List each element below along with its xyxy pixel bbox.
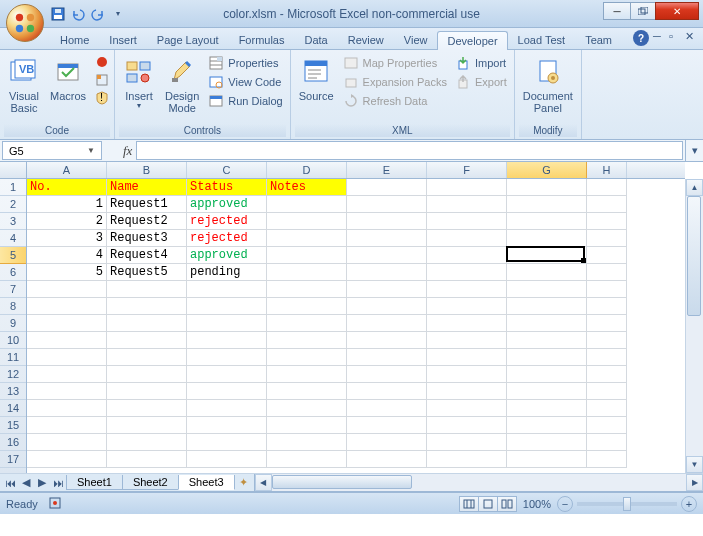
cell-C16[interactable] xyxy=(187,434,267,451)
cell-E9[interactable] xyxy=(347,315,427,332)
cell-B17[interactable] xyxy=(107,451,187,468)
cell-C3[interactable]: rejected xyxy=(187,213,267,230)
cell-C9[interactable] xyxy=(187,315,267,332)
cell-F1[interactable] xyxy=(427,179,507,196)
cell-F17[interactable] xyxy=(427,451,507,468)
office-button[interactable] xyxy=(6,4,44,42)
tab-insert[interactable]: Insert xyxy=(99,30,147,49)
cell-C5[interactable]: approved xyxy=(187,247,267,264)
minimize-button[interactable]: ─ xyxy=(603,2,631,20)
cell-B2[interactable]: Request1 xyxy=(107,196,187,213)
record-macro-icon[interactable] xyxy=(94,54,110,70)
cell-G12[interactable] xyxy=(507,366,587,383)
cell-B7[interactable] xyxy=(107,281,187,298)
cell-G17[interactable] xyxy=(507,451,587,468)
cell-C10[interactable] xyxy=(187,332,267,349)
cell-E4[interactable] xyxy=(347,230,427,247)
cell-B1[interactable]: Name xyxy=(107,179,187,196)
cell-B11[interactable] xyxy=(107,349,187,366)
cell-C13[interactable] xyxy=(187,383,267,400)
cell-E17[interactable] xyxy=(347,451,427,468)
tab-review[interactable]: Review xyxy=(338,30,394,49)
zoom-in-button[interactable]: + xyxy=(681,496,697,512)
cell-A15[interactable] xyxy=(27,417,107,434)
cell-D1[interactable]: Notes xyxy=(267,179,347,196)
cell-H3[interactable] xyxy=(587,213,627,230)
cell-F8[interactable] xyxy=(427,298,507,315)
cell-B10[interactable] xyxy=(107,332,187,349)
tab-view[interactable]: View xyxy=(394,30,438,49)
cell-H14[interactable] xyxy=(587,400,627,417)
cell-H16[interactable] xyxy=(587,434,627,451)
next-sheet-button[interactable]: ▶ xyxy=(34,475,50,491)
col-header-H[interactable]: H xyxy=(587,162,627,178)
cell-E15[interactable] xyxy=(347,417,427,434)
cell-A5[interactable]: 4 xyxy=(27,247,107,264)
macro-record-status-icon[interactable] xyxy=(48,496,62,512)
cell-G7[interactable] xyxy=(507,281,587,298)
tab-developer[interactable]: Developer xyxy=(437,31,507,50)
zoom-slider[interactable] xyxy=(577,502,677,506)
source-button[interactable]: Source xyxy=(295,54,338,104)
cell-D16[interactable] xyxy=(267,434,347,451)
minimize-ribbon-icon[interactable]: ─ xyxy=(653,30,665,42)
design-mode-button[interactable]: Design Mode xyxy=(161,54,203,116)
col-header-B[interactable]: B xyxy=(107,162,187,178)
map-properties-button[interactable]: Map Properties xyxy=(340,54,450,72)
horizontal-scrollbar[interactable]: ◀ ▶ xyxy=(254,474,703,491)
expand-formula-bar-icon[interactable]: ▾ xyxy=(685,140,703,161)
cell-F7[interactable] xyxy=(427,281,507,298)
macros-button[interactable]: Macros xyxy=(46,54,90,104)
cell-C4[interactable]: rejected xyxy=(187,230,267,247)
cell-H13[interactable] xyxy=(587,383,627,400)
cell-G16[interactable] xyxy=(507,434,587,451)
row-header-11[interactable]: 11 xyxy=(0,349,26,366)
scroll-left-button[interactable]: ◀ xyxy=(255,474,272,491)
cell-A17[interactable] xyxy=(27,451,107,468)
cell-D3[interactable] xyxy=(267,213,347,230)
cell-D8[interactable] xyxy=(267,298,347,315)
cell-C1[interactable]: Status xyxy=(187,179,267,196)
cell-G3[interactable] xyxy=(507,213,587,230)
save-icon[interactable] xyxy=(50,6,66,22)
cell-D15[interactable] xyxy=(267,417,347,434)
cell-E7[interactable] xyxy=(347,281,427,298)
cell-B16[interactable] xyxy=(107,434,187,451)
cell-G4[interactable] xyxy=(507,230,587,247)
cell-D4[interactable] xyxy=(267,230,347,247)
col-header-A[interactable]: A xyxy=(27,162,107,178)
scroll-right-button[interactable]: ▶ xyxy=(686,474,703,491)
cell-F4[interactable] xyxy=(427,230,507,247)
cell-D11[interactable] xyxy=(267,349,347,366)
cell-B4[interactable]: Request3 xyxy=(107,230,187,247)
cell-F11[interactable] xyxy=(427,349,507,366)
cell-A1[interactable]: No. xyxy=(27,179,107,196)
cell-B3[interactable]: Request2 xyxy=(107,213,187,230)
row-header-9[interactable]: 9 xyxy=(0,315,26,332)
help-icon[interactable]: ? xyxy=(633,30,649,46)
row-header-16[interactable]: 16 xyxy=(0,434,26,451)
cell-F3[interactable] xyxy=(427,213,507,230)
cell-C12[interactable] xyxy=(187,366,267,383)
col-header-F[interactable]: F xyxy=(427,162,507,178)
row-header-4[interactable]: 4 xyxy=(0,230,26,247)
cell-F9[interactable] xyxy=(427,315,507,332)
cell-G5[interactable] xyxy=(507,247,587,264)
name-box[interactable]: G5 ▼ xyxy=(2,141,102,160)
cell-H12[interactable] xyxy=(587,366,627,383)
cell-E5[interactable] xyxy=(347,247,427,264)
row-header-2[interactable]: 2 xyxy=(0,196,26,213)
zoom-slider-thumb[interactable] xyxy=(623,497,631,511)
cell-F2[interactable] xyxy=(427,196,507,213)
vertical-scrollbar[interactable]: ▲ ▼ xyxy=(685,179,703,473)
view-code-button[interactable]: View Code xyxy=(205,73,285,91)
tab-data[interactable]: Data xyxy=(294,30,337,49)
col-header-D[interactable]: D xyxy=(267,162,347,178)
col-header-E[interactable]: E xyxy=(347,162,427,178)
cell-F15[interactable] xyxy=(427,417,507,434)
prev-sheet-button[interactable]: ◀ xyxy=(18,475,34,491)
cell-G6[interactable] xyxy=(507,264,587,281)
cell-C2[interactable]: approved xyxy=(187,196,267,213)
cell-A14[interactable] xyxy=(27,400,107,417)
sheet-tab-3[interactable]: Sheet3 xyxy=(178,475,235,490)
